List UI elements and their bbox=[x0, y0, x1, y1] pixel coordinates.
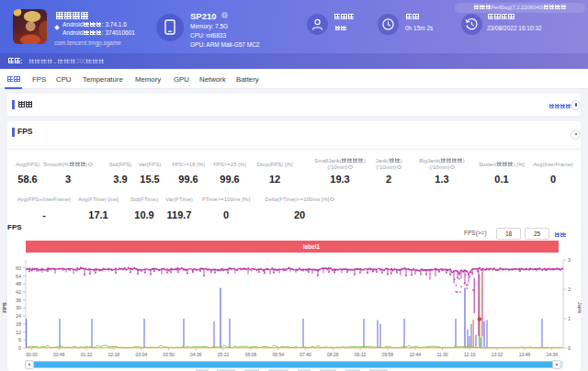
svg-text:04:36: 04:36 bbox=[190, 352, 202, 357]
svg-text:05:22: 05:22 bbox=[218, 352, 230, 357]
svg-text:0: 0 bbox=[568, 345, 571, 351]
svg-text:FPS: FPS bbox=[2, 302, 7, 313]
svg-text:42: 42 bbox=[16, 289, 21, 295]
svg-text:07:40: 07:40 bbox=[300, 352, 311, 357]
svg-text:2: 2 bbox=[568, 287, 571, 292]
svg-text:1: 1 bbox=[568, 316, 571, 321]
svg-text:02:18: 02:18 bbox=[108, 352, 120, 357]
svg-text:6: 6 bbox=[18, 337, 21, 343]
svg-text:09:12: 09:12 bbox=[355, 352, 367, 357]
svg-text:06:08: 06:08 bbox=[245, 352, 257, 357]
svg-text:18: 18 bbox=[16, 321, 21, 327]
svg-text:0: 0 bbox=[18, 345, 21, 351]
svg-text:30: 30 bbox=[16, 305, 21, 310]
svg-text:36: 36 bbox=[16, 298, 21, 303]
svg-text:03:50: 03:50 bbox=[163, 352, 175, 357]
svg-text:09:58: 09:58 bbox=[382, 352, 394, 357]
svg-text:3: 3 bbox=[568, 257, 571, 263]
svg-text:24: 24 bbox=[16, 313, 21, 319]
svg-text:48: 48 bbox=[16, 281, 21, 287]
svg-text:Jank: Jank bbox=[577, 302, 582, 315]
svg-text:54: 54 bbox=[16, 274, 21, 279]
svg-text:06:54: 06:54 bbox=[272, 352, 284, 357]
svg-text:12: 12 bbox=[16, 330, 21, 335]
svg-text:11:30: 11:30 bbox=[436, 352, 447, 357]
svg-text:12:16: 12:16 bbox=[464, 352, 476, 357]
svg-text:00:00: 00:00 bbox=[26, 352, 38, 357]
svg-text:03:04: 03:04 bbox=[135, 352, 147, 357]
svg-text:10:44: 10:44 bbox=[409, 352, 421, 357]
svg-text:00:46: 00:46 bbox=[53, 352, 65, 357]
svg-text:60: 60 bbox=[16, 265, 21, 271]
svg-text:13:02: 13:02 bbox=[492, 352, 503, 357]
svg-text:08:26: 08:26 bbox=[327, 352, 339, 357]
svg-text:14:34: 14:34 bbox=[546, 352, 558, 357]
svg-text:01:32: 01:32 bbox=[81, 352, 93, 357]
svg-text:13:48: 13:48 bbox=[519, 352, 531, 357]
